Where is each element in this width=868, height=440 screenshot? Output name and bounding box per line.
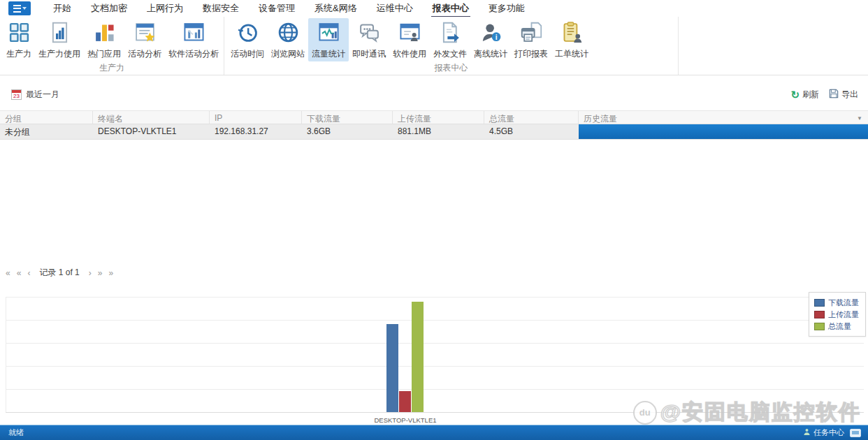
app-menu-button[interactable]: [8, 1, 31, 15]
svg-text:i: i: [495, 34, 497, 41]
legend-swatch-total: [814, 323, 825, 330]
ribbon-item-browse-websites[interactable]: 浏览网站: [268, 18, 308, 61]
ribbon-group-report-center: 活动时间 浏览网站 流量统计 即时通讯: [224, 17, 679, 75]
cell-terminal: DESKTOP-VLKTLE1: [93, 124, 210, 139]
tab-report-center[interactable]: 报表中心: [423, 0, 479, 18]
calendar-icon: 23: [11, 89, 22, 100]
col-header-upload[interactable]: 上传流量: [393, 111, 484, 124]
x-axis-category-label: DESKTOP-VLKTLE1: [356, 416, 454, 424]
bar-2-total: [412, 302, 424, 412]
legend-item-total: 总流量: [814, 321, 861, 332]
x-axis-line: [6, 412, 864, 413]
table-header-row: 分组 终端名 IP 下载流量 上传流量 总流量 历史流量 ▼: [0, 110, 868, 124]
monitor-icon[interactable]: [850, 429, 861, 437]
tab-data-security[interactable]: 数据安全: [193, 0, 249, 18]
doc-star-icon: [133, 21, 157, 47]
pager-last-button[interactable]: »: [108, 268, 113, 278]
status-ready-text: 就绪: [8, 427, 24, 438]
pager-prev-page-button[interactable]: «: [17, 268, 22, 278]
clipboard-user-icon: [560, 21, 584, 47]
tab-web-behavior[interactable]: 上网行为: [137, 0, 193, 18]
bar-0-download: [386, 324, 398, 412]
printer-icon: [520, 21, 543, 47]
filter-caret-icon[interactable]: ▼: [857, 115, 862, 122]
menu-tabs: 开始 文档加密 上网行为 数据安全 设备管理 系统&网络 运维中心 报表中心 更…: [43, 0, 535, 18]
tab-start[interactable]: 开始: [43, 0, 81, 18]
save-export-icon: [829, 89, 839, 101]
cell-total: 4.5GB: [484, 124, 579, 139]
ribbon-item-label: 热门应用: [87, 48, 121, 60]
app-window: 开始 文档加密 上网行为 数据安全 设备管理 系统&网络 运维中心 报表中心 更…: [0, 0, 868, 440]
hamburger-icon: [13, 5, 21, 13]
cell-history: [579, 124, 868, 139]
ribbon-item-label: 外发文件: [433, 48, 467, 60]
ribbon-item-label: 软件活动分析: [168, 48, 219, 60]
pager-first-button[interactable]: «: [6, 268, 10, 278]
chevron-down-icon: [22, 7, 27, 10]
ribbon-item-label: 活动时间: [231, 48, 264, 60]
ribbon-item-software-activity-analysis[interactable]: 软件活动分析: [165, 18, 222, 61]
pager-next-button[interactable]: ›: [89, 268, 92, 278]
ribbon-item-activity-time[interactable]: 活动时间: [227, 18, 268, 61]
ribbon-item-software-usage[interactable]: 软件使用: [389, 18, 430, 61]
doc-export-icon: [439, 21, 462, 47]
export-button[interactable]: 导出: [829, 89, 858, 101]
cell-download: 3.6GB: [302, 124, 393, 139]
ribbon-item-print-report[interactable]: 打印报表: [511, 18, 551, 61]
ribbon-item-productivity-usage[interactable]: 生产力使用: [35, 18, 84, 61]
task-person-icon: [803, 428, 811, 437]
col-header-total[interactable]: 总流量: [484, 111, 579, 124]
status-right: 任务中心: [803, 427, 861, 438]
pager-next-page-button[interactable]: »: [98, 268, 103, 278]
legend-item-download: 下载流量: [814, 298, 861, 308]
bars-plot-area: [0, 283, 868, 412]
ribbon-item-ticket-statistics[interactable]: 工单统计: [551, 18, 592, 61]
ribbon-item-traffic-statistics[interactable]: 流量统计: [308, 18, 349, 61]
pager-prev-button[interactable]: ‹: [27, 268, 30, 278]
ribbon-item-productivity[interactable]: 生产力: [3, 18, 35, 61]
col-header-ip[interactable]: IP: [210, 111, 302, 124]
bar-1-upload: [399, 391, 411, 412]
chart-legend: 下载流量 上传流量 总流量: [809, 292, 866, 337]
pager: « « ‹ 记录 1 of 1 › » »: [6, 267, 113, 279]
ribbon-group-productivity: 生产力 生产力使用 热门应用 活动分析: [0, 17, 224, 75]
cell-group: 未分组: [0, 124, 93, 139]
window-chart-icon: [182, 21, 205, 47]
col-header-terminal[interactable]: 终端名: [93, 111, 210, 124]
ribbon-item-activity-analysis[interactable]: 活动分析: [124, 18, 165, 61]
globe-icon: [277, 21, 300, 47]
ribbon-item-label: 流量统计: [312, 48, 345, 60]
traffic-pulse-icon: [317, 21, 340, 47]
tab-more-features[interactable]: 更多功能: [479, 0, 535, 18]
legend-swatch-upload: [814, 311, 825, 318]
tab-device-management[interactable]: 设备管理: [249, 0, 305, 18]
ribbon-item-label: 离线统计: [474, 48, 507, 60]
ribbon-item-label: 活动分析: [128, 48, 161, 60]
ribbon-item-instant-messaging[interactable]: 即时通讯: [349, 18, 389, 61]
traffic-table: 分组 终端名 IP 下载流量 上传流量 总流量 历史流量 ▼ 未分组 DESKT…: [0, 110, 868, 140]
refresh-button[interactable]: ↻ 刷新: [790, 89, 819, 101]
ribbon: 生产力 生产力使用 热门应用 活动分析: [0, 17, 868, 75]
col-header-group[interactable]: 分组: [0, 111, 93, 124]
window-user-icon: [398, 21, 421, 47]
task-center-button[interactable]: 任务中心: [803, 427, 844, 438]
menu-bar: 开始 文档加密 上网行为 数据安全 设备管理 系统&网络 运维中心 报表中心 更…: [0, 0, 868, 17]
ribbon-group-title: 生产力: [0, 62, 224, 74]
grid-icon: [8, 21, 31, 47]
col-header-history[interactable]: 历史流量 ▼: [579, 111, 868, 124]
tab-doc-encryption[interactable]: 文档加密: [81, 0, 137, 18]
toolbar-actions: ↻ 刷新 导出: [790, 89, 858, 101]
col-header-download[interactable]: 下载流量: [302, 111, 393, 124]
tab-ops-center[interactable]: 运维中心: [367, 0, 423, 18]
ribbon-item-label: 软件使用: [393, 48, 426, 60]
legend-swatch-download: [814, 299, 825, 307]
cell-upload: 881.1MB: [393, 124, 484, 139]
ribbon-item-label: 工单统计: [555, 48, 588, 60]
table-row[interactable]: 未分组 DESKTOP-VLKTLE1 192.168.31.27 3.6GB …: [0, 124, 868, 140]
date-range-filter[interactable]: 23 最近一月: [11, 89, 59, 101]
chat-icon: [358, 21, 381, 47]
ribbon-item-offline-statistics[interactable]: i 离线统计: [470, 18, 511, 61]
tab-system-network[interactable]: 系统&网络: [305, 0, 367, 18]
ribbon-item-outgoing-files[interactable]: 外发文件: [430, 18, 470, 61]
ribbon-item-hot-apps[interactable]: 热门应用: [84, 18, 124, 61]
